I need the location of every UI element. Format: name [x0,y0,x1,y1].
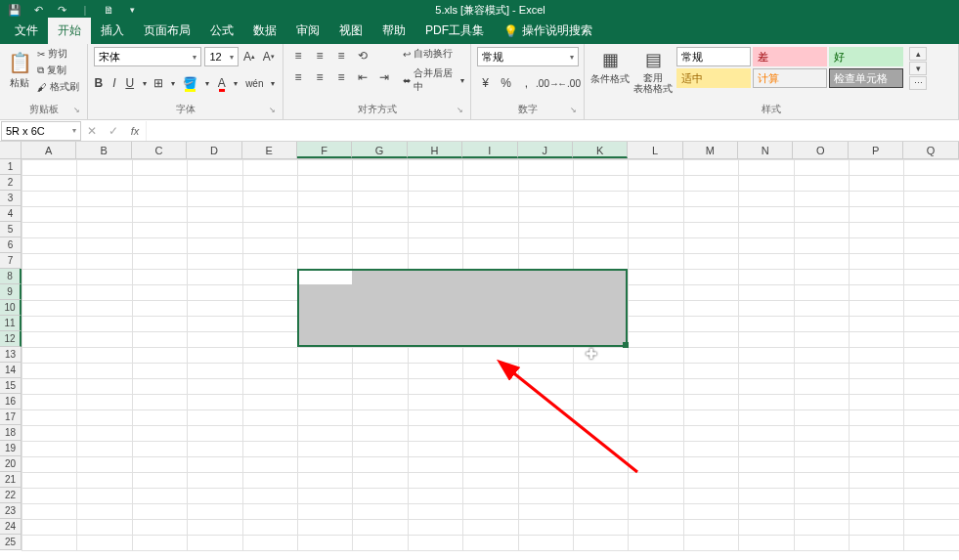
col-header-N[interactable]: N [738,142,793,158]
launcher-icon[interactable]: ↘ [455,106,464,115]
fill-handle[interactable] [623,342,629,348]
col-header-E[interactable]: E [242,142,297,158]
row-header-8[interactable]: 8 [0,269,22,284]
col-header-I[interactable]: I [462,142,517,158]
scroll-down-icon[interactable]: ▾ [909,62,927,75]
col-header-O[interactable]: O [793,142,848,158]
row-header-16[interactable]: 16 [0,394,22,409]
row-header-14[interactable]: 14 [0,363,22,378]
row-header-12[interactable]: 12 [0,331,22,347]
row-header-1[interactable]: 1 [0,159,22,175]
cells-area[interactable]: ✚ [22,159,959,550]
formula-input[interactable] [146,121,959,141]
style-cell-计算[interactable]: 计算 [753,68,827,88]
copy-button[interactable]: ⧉复制 [37,64,79,77]
align-center-icon[interactable]: ≡ [311,68,328,86]
style-cell-适中[interactable]: 适中 [676,68,751,88]
row-header-4[interactable]: 4 [0,206,22,222]
row-header-23[interactable]: 23 [0,503,22,519]
row-header-7[interactable]: 7 [0,253,22,269]
style-cell-好[interactable]: 好 [829,47,903,66]
number-format-combo[interactable]: 常规▾ [477,47,579,66]
format-painter-button[interactable]: 🖌格式刷 [37,80,79,94]
col-header-G[interactable]: G [352,142,407,158]
col-header-K[interactable]: K [573,142,628,158]
row-header-5[interactable]: 5 [0,222,22,237]
row-header-22[interactable]: 22 [0,488,22,503]
spreadsheet-grid[interactable]: ABCDEFGHIJKLMNOPQ 1234567891011121314151… [0,142,959,560]
align-middle-icon[interactable]: ≡ [311,47,328,65]
select-all-corner[interactable] [0,142,22,158]
redo-icon[interactable]: ↷ [55,3,68,17]
comma-icon[interactable]: , [518,74,535,92]
align-right-icon[interactable]: ≡ [332,68,350,86]
orientation-icon[interactable]: ⟲ [354,47,371,65]
tab-开始[interactable]: 开始 [48,18,91,44]
more-styles-icon[interactable]: ⋯ [909,76,927,90]
col-header-J[interactable]: J [518,142,573,158]
align-left-icon[interactable]: ≡ [289,68,307,86]
col-header-L[interactable]: L [628,142,682,158]
col-header-A[interactable]: A [22,142,76,158]
table-format-button[interactable]: ▤ 套用 表格格式 [633,47,673,94]
row-header-10[interactable]: 10 [0,300,22,316]
indent-decrease-icon[interactable]: ⇤ [354,68,371,86]
tab-文件[interactable]: 文件 [5,18,48,44]
scroll-up-icon[interactable]: ▴ [909,47,927,61]
launcher-icon[interactable]: ↘ [71,106,81,115]
chevron-down-icon[interactable]: ▾ [169,74,177,92]
align-top-icon[interactable]: ≡ [289,47,307,65]
italic-button[interactable]: I [109,74,119,92]
underline-button[interactable]: U [125,74,135,92]
row-header-11[interactable]: 11 [0,316,22,331]
chevron-down-icon[interactable]: ▾ [203,74,211,92]
row-header-21[interactable]: 21 [0,472,22,488]
accept-icon[interactable]: ✓ [103,121,124,141]
font-size-combo[interactable]: 12▾ [204,47,238,66]
row-header-9[interactable]: 9 [0,284,22,300]
cancel-icon[interactable]: ✕ [81,121,103,141]
decrease-decimal-icon[interactable]: ←.00 [560,74,578,92]
row-header-19[interactable]: 19 [0,441,22,456]
tell-me-search[interactable]: 💡操作说明搜索 [494,18,602,44]
chevron-down-icon[interactable]: ▾ [141,74,149,92]
font-name-combo[interactable]: 宋体▾ [94,47,201,66]
col-header-Q[interactable]: Q [903,142,958,158]
font-color-button[interactable]: A [217,74,227,92]
col-header-M[interactable]: M [683,142,738,158]
tab-视图[interactable]: 视图 [329,18,372,44]
style-cell-差[interactable]: 差 [753,47,827,66]
name-box[interactable]: 5R x 6C▾ [1,121,81,141]
chevron-down-icon[interactable]: ▾ [269,74,277,92]
fill-color-button[interactable]: 🪣 [183,74,197,92]
row-header-3[interactable]: 3 [0,191,22,206]
row-header-25[interactable]: 25 [0,535,22,550]
row-header-2[interactable]: 2 [0,175,22,191]
col-header-H[interactable]: H [408,142,462,158]
row-header-6[interactable]: 6 [0,237,22,253]
decrease-font-icon[interactable]: A▾ [260,48,277,65]
tab-插入[interactable]: 插入 [91,18,134,44]
row-header-17[interactable]: 17 [0,409,22,425]
col-header-B[interactable]: B [76,142,131,158]
row-header-15[interactable]: 15 [0,378,22,394]
launcher-icon[interactable]: ↘ [267,106,277,115]
row-header-24[interactable]: 24 [0,519,22,535]
col-header-P[interactable]: P [849,142,903,158]
style-cell-检查单元格[interactable]: 检查单元格 [829,68,903,88]
col-header-F[interactable]: F [297,142,352,158]
merge-center-button[interactable]: ⬌合并后居中▾ [403,66,464,94]
tab-帮助[interactable]: 帮助 [372,18,415,44]
row-header-20[interactable]: 20 [0,456,22,472]
tab-PDF工具集[interactable]: PDF工具集 [415,18,494,44]
border-button[interactable]: ⊞ [153,74,163,92]
increase-font-icon[interactable]: A▴ [241,48,258,65]
currency-icon[interactable]: ¥ [477,74,494,92]
percent-icon[interactable]: % [498,74,514,92]
tab-数据[interactable]: 数据 [243,18,286,44]
cut-button[interactable]: ✂剪切 [37,47,79,61]
col-header-C[interactable]: C [132,142,187,158]
bold-button[interactable]: B [94,74,104,92]
save-icon[interactable]: 💾 [8,3,22,17]
qat-more-icon[interactable]: ▾ [125,3,139,17]
